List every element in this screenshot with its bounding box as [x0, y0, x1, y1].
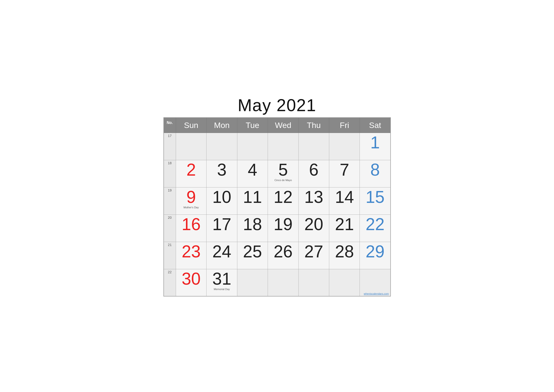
- day-number: 5: [269, 161, 297, 178]
- day-cell: 7: [329, 160, 360, 187]
- day-cell: 21: [329, 215, 360, 242]
- week-row: 171: [164, 133, 391, 160]
- day-cell: 12: [268, 187, 298, 215]
- day-cell: 11: [237, 187, 268, 215]
- day-cell: 10: [207, 187, 237, 215]
- header-thu: Thu: [298, 118, 329, 133]
- day-number: 7: [330, 161, 359, 178]
- day-number: 2: [177, 161, 205, 178]
- day-cell: 28: [329, 242, 360, 269]
- week-row: 182345Cinco de Mayo678: [164, 160, 391, 187]
- day-cell: 26: [268, 242, 298, 269]
- day-cell: 13: [298, 187, 329, 215]
- day-number: 21: [330, 216, 359, 233]
- calendar-table: No. Sun Mon Tue Wed Thu Fri Sat 17118234…: [163, 117, 391, 297]
- day-cell: 16: [176, 215, 206, 242]
- holiday-label: Mother's Day: [177, 206, 205, 209]
- day-number: 22: [361, 216, 389, 233]
- day-cell: 14: [329, 187, 360, 215]
- day-number: 4: [238, 161, 267, 178]
- header-sun: Sun: [176, 118, 206, 133]
- day-number: 28: [330, 243, 359, 260]
- day-number: 23: [177, 243, 205, 260]
- day-cell: 3: [207, 160, 237, 187]
- day-cell: 22: [360, 215, 391, 242]
- day-cell: 19: [268, 215, 298, 242]
- day-cell: 1: [360, 133, 391, 160]
- day-cell: 29: [360, 242, 391, 269]
- day-cell: wheniscalendars.com: [360, 269, 391, 296]
- day-number: 13: [300, 189, 328, 205]
- holiday-label: Cinco de Mayo: [269, 179, 297, 182]
- day-cell: [237, 269, 268, 296]
- header-sat: Sat: [360, 118, 391, 133]
- week-number: 21: [164, 242, 176, 269]
- day-cell: 17: [207, 215, 237, 242]
- day-number: 19: [269, 216, 297, 233]
- header-mon: Mon: [207, 118, 237, 133]
- day-number: 18: [238, 216, 267, 233]
- day-number: 17: [208, 216, 236, 233]
- site-link[interactable]: wheniscalendars.com: [364, 292, 389, 295]
- header-row: No. Sun Mon Tue Wed Thu Fri Sat: [164, 118, 391, 133]
- day-cell: 8: [360, 160, 391, 187]
- day-number: 10: [208, 189, 236, 205]
- day-number: 12: [269, 189, 297, 205]
- day-number: 24: [208, 243, 236, 260]
- day-cell: [298, 269, 329, 296]
- day-number: 3: [208, 161, 236, 178]
- header-fri: Fri: [329, 118, 360, 133]
- day-cell: 27: [298, 242, 329, 269]
- day-number: 20: [300, 216, 328, 233]
- week-number: 22: [164, 269, 176, 296]
- day-number: 9: [177, 189, 205, 205]
- day-cell: 18: [237, 215, 268, 242]
- day-cell: 31Memorial Day: [207, 269, 237, 296]
- week-row: 199Mother's Day101112131415: [164, 187, 391, 215]
- day-number: 8: [361, 161, 389, 178]
- day-cell: 9Mother's Day: [176, 187, 206, 215]
- day-number: 27: [300, 243, 328, 260]
- week-row: 223031Memorial Daywheniscalendars.com: [164, 269, 391, 296]
- day-number: 26: [269, 243, 297, 260]
- day-number: 6: [300, 161, 328, 178]
- day-number: 1: [361, 134, 389, 151]
- day-number: 16: [177, 216, 205, 233]
- day-number: 30: [177, 270, 205, 287]
- day-number: 14: [330, 189, 359, 205]
- header-tue: Tue: [237, 118, 268, 133]
- week-number: 17: [164, 133, 176, 160]
- day-cell: 4: [237, 160, 268, 187]
- day-number: 15: [361, 189, 389, 205]
- day-number: 11: [238, 189, 267, 205]
- day-cell: [207, 133, 237, 160]
- day-cell: 15: [360, 187, 391, 215]
- day-cell: [268, 133, 298, 160]
- header-wed: Wed: [268, 118, 298, 133]
- day-cell: [329, 269, 360, 296]
- day-cell: 2: [176, 160, 206, 187]
- day-cell: 25: [237, 242, 268, 269]
- day-cell: [237, 133, 268, 160]
- week-row: 2123242526272829: [164, 242, 391, 269]
- day-cell: 20: [298, 215, 329, 242]
- calendar-wrapper: May 2021 No. Sun Mon Tue Wed Thu Fri Sat…: [163, 96, 391, 297]
- week-number: 18: [164, 160, 176, 187]
- day-number: 31: [208, 270, 236, 287]
- day-cell: [268, 269, 298, 296]
- holiday-label: Memorial Day: [208, 288, 236, 291]
- day-cell: 24: [207, 242, 237, 269]
- day-cell: [329, 133, 360, 160]
- week-number: 20: [164, 215, 176, 242]
- day-cell: [298, 133, 329, 160]
- day-cell: 30: [176, 269, 206, 296]
- day-number: 29: [361, 243, 389, 260]
- day-cell: 5Cinco de Mayo: [268, 160, 298, 187]
- calendar-title: May 2021: [163, 96, 391, 115]
- week-row: 2016171819202122: [164, 215, 391, 242]
- day-cell: 6: [298, 160, 329, 187]
- header-no: No.: [164, 118, 176, 133]
- day-cell: 23: [176, 242, 206, 269]
- day-cell: [176, 133, 206, 160]
- week-number: 19: [164, 187, 176, 215]
